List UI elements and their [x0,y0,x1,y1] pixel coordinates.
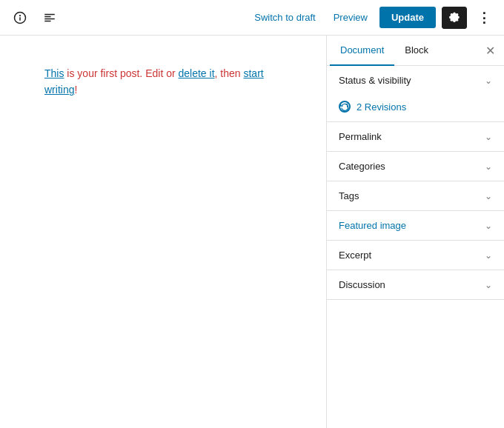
content-text2: , then [215,67,244,79]
preview-link[interactable]: Preview [328,9,374,26]
section-categories: Categories ⌄ [327,152,504,181]
more-options-button[interactable]: ⋮ [473,5,495,30]
section-tags: Tags ⌄ [327,181,504,211]
tags-header[interactable]: Tags ⌄ [327,181,504,210]
revisions-row[interactable]: 2 Revisions [327,95,504,121]
categories-chevron: ⌄ [485,161,492,172]
content-this: This [44,67,64,79]
revisions-label: 2 Revisions [357,101,406,113]
settings-button[interactable] [442,7,467,29]
featured-image-header[interactable]: Featured image ⌄ [327,211,504,240]
featured-image-label: Featured image [339,220,406,231]
content-exclaim: ! [74,84,77,96]
revisions-icon [339,101,351,113]
editor-content: This is your first post. Edit or delete … [44,65,282,98]
discussion-chevron: ⌄ [485,280,492,290]
discussion-header[interactable]: Discussion ⌄ [327,270,504,299]
info-button[interactable] [9,7,31,29]
tab-document[interactable]: Document [330,36,394,66]
section-excerpt: Excerpt ⌄ [327,241,504,270]
discussion-label: Discussion [339,279,385,290]
content-text1: is your first post. Edit or [64,67,178,79]
tab-block[interactable]: Block [394,36,439,66]
status-visibility-label: Status & visibility [339,75,411,86]
list-view-button[interactable] [39,7,61,29]
permalink-chevron: ⌄ [485,132,492,142]
categories-label: Categories [339,161,385,172]
content-delete: delete it [179,67,215,79]
sidebar: Document Block ✕ Status & visibility ⌄ 2… [326,36,504,428]
update-button[interactable]: Update [379,7,436,28]
section-permalink: Permalink ⌄ [327,122,504,152]
permalink-header[interactable]: Permalink ⌄ [327,122,504,151]
section-status-visibility: Status & visibility ⌄ 2 Revisions [327,66,504,122]
featured-image-chevron: ⌄ [485,221,492,231]
toolbar-left [9,7,129,29]
excerpt-chevron: ⌄ [485,250,492,261]
tags-label: Tags [339,190,359,201]
switch-to-draft-link[interactable]: Switch to draft [248,9,321,26]
permalink-label: Permalink [339,131,382,142]
status-visibility-chevron: ⌄ [485,76,492,86]
status-visibility-header[interactable]: Status & visibility ⌄ [327,66,504,95]
excerpt-label: Excerpt [339,250,371,261]
toolbar: Switch to draft Preview Update ⋮ [0,0,504,36]
main-layout: This is your first post. Edit or delete … [0,36,504,428]
editor-area[interactable]: This is your first post. Edit or delete … [0,36,326,428]
section-featured-image: Featured image ⌄ [327,211,504,241]
toolbar-right: Switch to draft Preview Update ⋮ [248,5,495,30]
close-sidebar-button[interactable]: ✕ [480,38,501,64]
section-discussion: Discussion ⌄ [327,270,504,300]
categories-header[interactable]: Categories ⌄ [327,152,504,181]
excerpt-header[interactable]: Excerpt ⌄ [327,241,504,270]
sidebar-header: Document Block ✕ [327,36,504,66]
tags-chevron: ⌄ [485,191,492,201]
